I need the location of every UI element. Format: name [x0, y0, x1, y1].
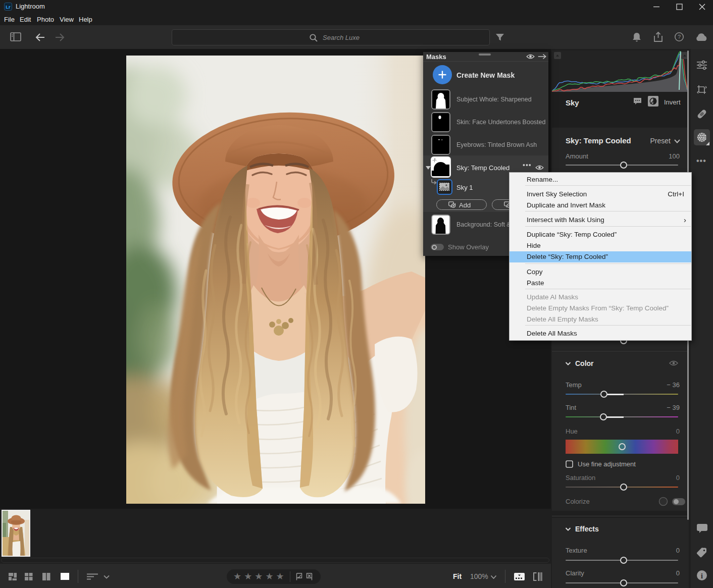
svg-text:Lr: Lr: [6, 4, 11, 10]
svg-text:i: i: [701, 572, 703, 580]
svg-text:?: ?: [678, 34, 681, 40]
